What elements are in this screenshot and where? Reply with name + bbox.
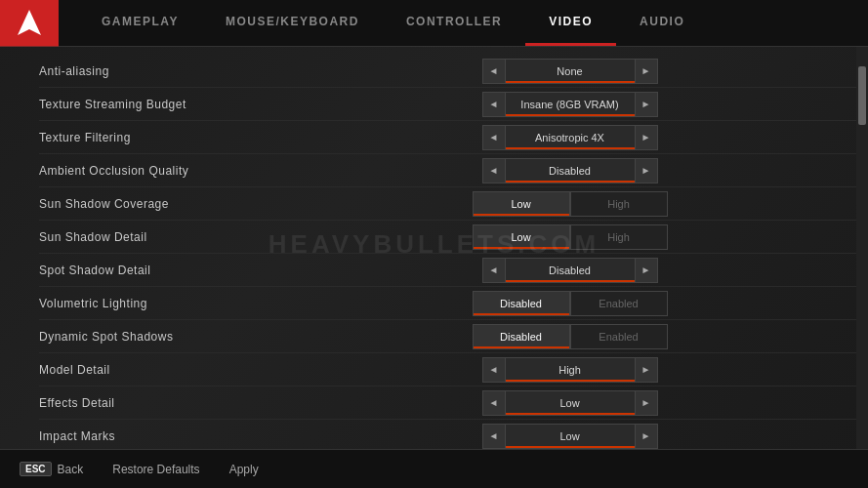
arrow-left-button[interactable]: ◄ [482,92,506,117]
setting-label: Sun Shadow Coverage [39,197,312,211]
nav-tab-audio[interactable]: AUDIO [616,0,708,46]
arrow-right-button[interactable]: ► [635,390,658,416]
back-key: ESC [20,462,52,476]
setting-label: Texture Streaming Budget [39,98,312,111]
setting-control: ◄Disabled► [312,258,827,283]
setting-control: LowHigh [312,224,827,250]
setting-label: Anti-aliasing [39,64,312,78]
footer: ESC Back Restore Defaults Apply [0,449,868,488]
toggle-option-enabled[interactable]: Enabled [570,291,668,316]
nav-tabs: GAMEPLAYMOUSE/KEYBOARDCONTROLLERVIDEOAUD… [78,0,868,46]
setting-row: Dynamic Spot ShadowsDisabledEnabled [39,320,856,353]
setting-control: LowHigh [312,191,827,217]
select-value: Insane (8GB VRAM) [506,92,635,117]
select-value: Low [506,424,635,449]
setting-row: Texture Streaming Budget◄Insane (8GB VRA… [39,88,856,121]
nav-tab-mouse[interactable]: MOUSE/KEYBOARD [202,0,383,46]
arrow-select: ◄Disabled► [482,258,658,283]
toggle-control: DisabledEnabled [473,291,668,316]
arrow-right-button[interactable]: ► [635,357,658,383]
arrow-right-button[interactable]: ► [635,125,658,150]
content: Anti-aliasing◄None►Texture Streaming Bud… [0,47,868,449]
setting-row: Sun Shadow CoverageLowHigh [39,187,856,221]
setting-control: ◄Insane (8GB VRAM)► [312,92,827,117]
toggle-control: LowHigh [473,191,668,217]
restore-defaults-button[interactable]: Restore Defaults [112,463,199,476]
scrollbar-thumb[interactable] [858,66,866,125]
svg-marker-0 [18,10,41,35]
setting-label: Dynamic Spot Shadows [39,330,312,344]
arrow-left-button[interactable]: ◄ [482,258,506,283]
select-value: Disabled [506,258,635,283]
setting-label: Effects Detail [39,396,312,410]
nav-tab-controller[interactable]: CONTROLLER [383,0,525,46]
setting-row: Volumetric LightingDisabledEnabled [39,287,856,320]
arrow-right-button[interactable]: ► [635,158,658,183]
toggle-option-low[interactable]: Low [473,191,570,217]
back-label: Back [58,463,84,476]
setting-label: Sun Shadow Detail [39,230,312,244]
arrow-right-button[interactable]: ► [635,59,658,84]
toggle-option-low[interactable]: Low [473,224,570,250]
toggle-control: LowHigh [473,224,668,250]
toggle-option-enabled[interactable]: Enabled [570,324,668,349]
toggle-option-high[interactable]: High [570,224,668,250]
toggle-option-disabled[interactable]: Disabled [473,324,570,349]
arrow-right-button[interactable]: ► [635,92,658,117]
arrow-select: ◄High► [482,357,658,383]
setting-row: Texture Filtering◄Anisotropic 4X► [39,121,856,154]
setting-row: Impact Marks◄Low► [39,420,856,449]
arrow-select: ◄Anisotropic 4X► [482,125,658,150]
setting-label: Ambient Occlusion Quality [39,164,312,178]
setting-row: Ambient Occlusion Quality◄Disabled► [39,154,856,187]
setting-control: DisabledEnabled [312,291,827,316]
back-button[interactable]: ESC Back [20,462,83,476]
setting-control: DisabledEnabled [312,324,827,349]
setting-label: Texture Filtering [39,131,312,144]
setting-control: ◄High► [312,357,827,383]
arrow-select: ◄Low► [482,390,658,416]
setting-label: Impact Marks [39,429,312,443]
setting-row: Model Detail◄High► [39,353,856,386]
nav-tab-video[interactable]: VIDEO [525,0,616,46]
arrow-select: ◄None► [482,59,658,84]
setting-control: ◄Anisotropic 4X► [312,125,827,150]
apply-button[interactable]: Apply [229,463,259,476]
arrow-left-button[interactable]: ◄ [482,390,506,416]
setting-control: ◄Low► [312,390,827,416]
select-value: None [506,59,635,84]
setting-label: Model Detail [39,363,312,377]
select-value: High [506,357,635,383]
toggle-control: DisabledEnabled [473,324,668,349]
nav-tab-gameplay[interactable]: GAMEPLAY [78,0,202,46]
arrow-left-button[interactable]: ◄ [482,125,506,150]
arrow-left-button[interactable]: ◄ [482,59,506,84]
restore-defaults-label: Restore Defaults [112,463,199,476]
arrow-left-button[interactable]: ◄ [482,424,506,449]
arrow-select: ◄Disabled► [482,158,658,183]
setting-row: Sun Shadow DetailLowHigh [39,221,856,254]
header: GAMEPLAYMOUSE/KEYBOARDCONTROLLERVIDEOAUD… [0,0,868,47]
setting-row: Anti-aliasing◄None► [39,55,856,88]
setting-control: ◄None► [312,59,827,84]
arrow-left-button[interactable]: ◄ [482,158,506,183]
toggle-option-high[interactable]: High [570,191,668,217]
setting-label: Spot Shadow Detail [39,264,312,277]
setting-label: Volumetric Lighting [39,297,312,310]
select-value: Low [506,390,635,416]
apply-label: Apply [229,463,259,476]
settings-panel: Anti-aliasing◄None►Texture Streaming Bud… [0,47,856,449]
arrow-select: ◄Low► [482,424,658,449]
arrow-select: ◄Insane (8GB VRAM)► [482,92,658,117]
select-value: Disabled [506,158,635,183]
setting-row: Spot Shadow Detail◄Disabled► [39,254,856,287]
setting-control: ◄Low► [312,424,827,449]
arrow-right-button[interactable]: ► [635,258,658,283]
toggle-option-disabled[interactable]: Disabled [473,291,570,316]
setting-row: Effects Detail◄Low► [39,386,856,420]
arrow-right-button[interactable]: ► [635,424,658,449]
setting-control: ◄Disabled► [312,158,827,183]
arrow-left-button[interactable]: ◄ [482,357,506,383]
select-value: Anisotropic 4X [506,125,635,150]
scrollbar[interactable] [856,47,868,449]
